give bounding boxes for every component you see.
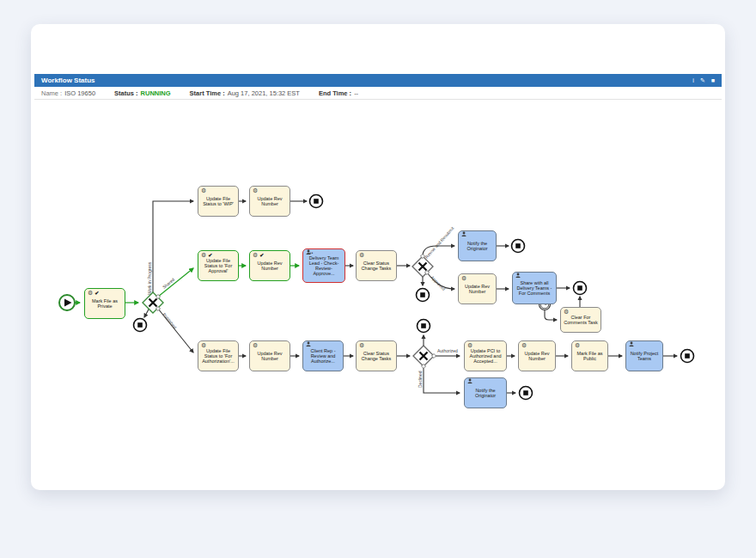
workflow-statusbar: Name :ISO 19650 Status :RUNNING Start Ti… [34, 87, 722, 100]
end-event-authorization-gateway [418, 320, 430, 333]
gear-icon: ⚙ [461, 275, 466, 281]
task-update-rev-pub[interactable]: ⚙ Update Rev Number [518, 340, 556, 371]
task-label: Share with all Delivery Teams - For Comm… [515, 280, 554, 296]
gear-icon: ⚙ [253, 187, 258, 193]
status-badge: RUNNING [141, 89, 171, 97]
edge-label-approved: Approved [430, 274, 447, 291]
task-label: Notify the Originator [460, 241, 494, 251]
end-event-shared [574, 282, 587, 295]
task-label: Update Rev Number [252, 351, 288, 361]
end-event-published [681, 350, 694, 363]
task-label: Clear Status Change Tasks [358, 261, 394, 271]
gear-icon: ⚙ [521, 342, 527, 348]
task-update-rev-approval[interactable]: ⚙✔ Update Rev Number [249, 250, 290, 281]
task-mark-file-private[interactable]: ⚙✔ Mark File as Private [84, 288, 125, 319]
info-icon[interactable]: i [692, 77, 694, 83]
task-label: Notify the Originator [466, 388, 504, 398]
task-clear-for-comments[interactable]: ⚙ Clear For Comments Task [560, 307, 601, 333]
task-share-with-delivery-teams[interactable]: Share with all Delivery Teams - For Comm… [512, 272, 557, 304]
task-label: Mark File as Public [574, 351, 606, 361]
task-notify-project-teams[interactable]: Notify Project Teams [625, 340, 663, 371]
check-icon: ✔ [259, 253, 264, 258]
gear-icon: ⚙ [467, 342, 472, 348]
task-update-pci[interactable]: ⚙ Update PCI to Authorized and Accepted.… [464, 340, 507, 371]
maximize-icon[interactable]: ■ [711, 77, 715, 83]
window-title: Workflow Status [41, 77, 95, 84]
task-delivery-team-lead-review[interactable]: ••• Delivery Team Lead - Check-Review-Ap… [302, 248, 345, 283]
gear-icon: ⚙ [359, 342, 364, 348]
task-label: Mark File as Private [87, 298, 123, 309]
gear-icon: ⚙ [564, 309, 569, 315]
task-update-rev-shared[interactable]: ⚙ Update Rev Number [458, 273, 497, 304]
gear-icon: ⚙ [359, 252, 364, 258]
gear-icon: ⚙ [201, 252, 206, 258]
edge-label-published: Published [162, 312, 178, 330]
end-event-notify-originator-bot [520, 387, 533, 400]
bpmn-edges-layer: Work in Progress Shared Published Revise… [34, 101, 722, 483]
edge-label-declined: Declined [418, 371, 423, 388]
task-mark-file-public[interactable]: ⚙ Mark File as Public [571, 340, 608, 371]
task-label: Delivery Team Lead - Check-Review-Approv… [305, 255, 343, 277]
task-label: Update Rev Number [252, 196, 288, 206]
end-event-notify-originator-mid [512, 240, 525, 253]
task-client-rep-review-authorize[interactable]: Client Rep - Review and Authorize... [302, 340, 344, 371]
task-clear-status-change-mid[interactable]: ⚙ Clear Status Change Tasks [356, 250, 397, 281]
gear-icon: ⚙ [201, 187, 206, 193]
edge-label-work-in-progress: Work in Progress [147, 261, 152, 295]
task-label: Update PCI to Authorized and Accepted... [466, 348, 504, 364]
workflow-name: ISO 19650 [64, 89, 95, 97]
start-event[interactable] [59, 295, 75, 310]
check-icon: ✔ [94, 291, 99, 296]
gear-icon: ⚙ [88, 290, 93, 296]
task-label: Notify Project Teams [628, 351, 661, 361]
workflow-status-window: Workflow Status i ✎ ■ Name :ISO 19650 St… [31, 24, 725, 490]
edge-label-revise-resubmit: Revise and Resubmit [424, 225, 455, 260]
task-label: Update Rev Number [252, 261, 288, 271]
task-label: Clear Status Change Tasks [358, 351, 394, 361]
start-time-value: Aug 17, 2021, 15:32 EST [228, 89, 300, 97]
task-update-status-wip[interactable]: ⚙ Update File Status to 'WIP' [198, 186, 239, 217]
page: Workflow Status i ✎ ■ Name :ISO 19650 St… [0, 0, 756, 558]
gear-icon: ⚙ [201, 342, 206, 348]
task-update-rev-wip[interactable]: ⚙ Update Rev Number [249, 186, 290, 217]
end-time-value: -- [354, 89, 358, 97]
edge-label-authorized: Authorized [437, 348, 458, 353]
check-icon: ✔ [208, 253, 212, 258]
bpmn-diagram-canvas[interactable]: Work in Progress Shared Published Revise… [34, 101, 722, 483]
task-label: Update Rev Number [521, 351, 553, 361]
end-event-approval-gateway [417, 289, 430, 302]
task-label: Client Rep - Review and Authorize... [305, 348, 341, 364]
gear-icon: ⚙ [253, 252, 258, 258]
task-notify-originator-mid[interactable]: Notify the Originator [458, 230, 497, 261]
task-notify-originator-bot[interactable]: Notify the Originator [464, 377, 507, 408]
gear-icon: ⚙ [575, 342, 580, 348]
end-event-wip [310, 195, 323, 208]
task-update-status-authorization[interactable]: ⚙ Update File Status to 'For Authorizati… [198, 340, 239, 371]
name-label: Name : [41, 89, 62, 97]
start-time-label: Start Time : [190, 89, 225, 97]
window-titlebar: Workflow Status i ✎ ■ [34, 74, 722, 87]
task-label: Update File Status to 'For Authorization… [200, 348, 236, 364]
task-clear-status-change-bot[interactable]: ⚙ Clear Status Change Tasks [356, 340, 397, 371]
task-label: Update File Status to 'WIP' [200, 196, 236, 206]
task-label: Clear For Comments Task [563, 315, 599, 325]
gateway-approval-result[interactable] [412, 256, 433, 277]
end-time-label: End Time : [319, 89, 351, 97]
gateway-authorization-result[interactable] [413, 346, 434, 366]
task-update-status-approval[interactable]: ⚙✔ Update File Status to 'For Approval' [198, 250, 239, 281]
end-event-rejected [134, 319, 147, 332]
edit-icon[interactable]: ✎ [700, 77, 705, 83]
gear-icon: ⚙ [253, 342, 258, 348]
task-label: Update File Status to 'For Approval' [200, 258, 236, 273]
status-label: Status : [114, 89, 138, 97]
task-label: Update Rev Number [460, 284, 494, 294]
task-update-rev-auth[interactable]: ⚙ Update Rev Number [249, 340, 290, 371]
